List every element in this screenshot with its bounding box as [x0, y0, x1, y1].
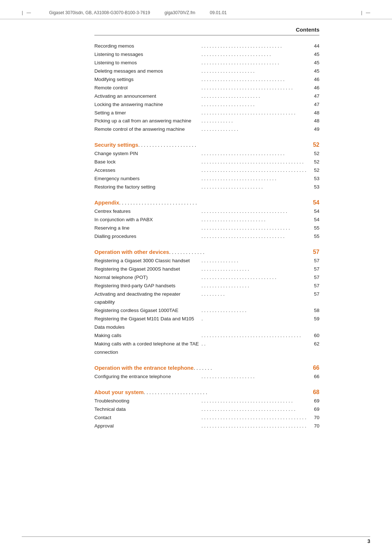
- toc-sub-entry: Contact . . . . . . . . . . . . . . . . …: [94, 414, 319, 422]
- section-title-page: 52: [313, 142, 319, 148]
- sections-container: Security settings. . . . . . . . . . . .…: [94, 142, 319, 430]
- toc-sub-dots: . . . . . . . . . . . . . . . . . . . . …: [201, 207, 307, 216]
- toc-sub-entry-page: 66: [309, 373, 319, 381]
- toc-sub-entry-text: Configuring the entrance telephone: [94, 373, 200, 381]
- toc-entry: Modifying settings . . . . . . . . . . .…: [94, 76, 319, 84]
- toc-dots: . . . . . . . . . . . . . . . . . . . . …: [201, 42, 307, 50]
- section-block-appendix: Appendix. . . . . . . . . . . . . . . . …: [94, 199, 319, 241]
- top-entries-list: Recording memos . . . . . . . . . . . . …: [94, 42, 319, 134]
- toc-sub-entry: Restoring the factory setting . . . . . …: [94, 183, 319, 191]
- toc-sub-entry-text: Base lock: [94, 158, 200, 166]
- toc-entry: Remote control . . . . . . . . . . . . .…: [94, 84, 319, 92]
- toc-entry-text: Recording memos: [94, 42, 200, 50]
- toc-entry-text: Listening to messages: [94, 50, 200, 59]
- toc-sub-entry-page: 55: [309, 232, 319, 241]
- toc-sub-dots: . . . . . . . . . . . . . . . . . . . . …: [201, 405, 307, 414]
- toc-sub-entry-page: 52: [309, 150, 319, 158]
- section-title-entrance-telephone: Operation with the entrance telephone. .…: [94, 365, 319, 371]
- toc-sub-entry: Base lock . . . . . . . . . . . . . . . …: [94, 158, 319, 166]
- toc-sub-entry-page: 69: [309, 397, 319, 405]
- toc-entry-text: Deleting messages and memos: [94, 67, 200, 76]
- toc-entry: Recording memos . . . . . . . . . . . . …: [94, 42, 319, 50]
- section-title-page: 54: [313, 199, 319, 206]
- page-number: 3: [367, 538, 370, 544]
- toc-entry-page: 49: [309, 125, 319, 134]
- toc-sub-dots: . . . . . . . . . . . . . . . . . . . . …: [201, 274, 307, 282]
- section-entries-other-devices: Registering a Gigaset 3000 Classic hands…: [94, 257, 319, 357]
- meta-right: | —: [361, 10, 370, 15]
- toc-dots: . . . . . . . . . . . . . . . . . . . . …: [201, 50, 307, 59]
- meta-left: | — Gigaset 3070isdn, GB, A31008-G3070-B…: [22, 10, 227, 15]
- toc-sub-entry-text: Registering the Gigaset M101 Data and M1…: [94, 315, 200, 332]
- toc-sub-entry: Dialling procedures . . . . . . . . . . …: [94, 232, 319, 241]
- meta-filename: giga3070IVZ.fm: [164, 10, 195, 15]
- section-block-security: Security settings. . . . . . . . . . . .…: [94, 142, 319, 191]
- section-title-text: Operation with other devices. . . . . . …: [94, 249, 204, 255]
- toc-sub-dots: . . . . . . . . . . . . . . . . . . . . …: [201, 175, 307, 183]
- toc-sub-entry-text: Restoring the factory setting: [94, 183, 200, 191]
- meta-dash-right: —: [366, 10, 370, 15]
- toc-sub-dots: . . . . . . . . . . . . . . . . . . . . …: [201, 397, 307, 405]
- toc-sub-dots: .: [201, 315, 307, 332]
- toc-dots: . . . . . . . . . . . . . . . . . . . .: [201, 101, 307, 109]
- toc-sub-dots: . . . . . . . . . . . . . . . . . . . . …: [201, 158, 307, 166]
- toc-sub-entry-text: Registering cordless Gigaset 1000TAE: [94, 307, 200, 315]
- toc-sub-entry-page: 54: [309, 216, 319, 224]
- toc-sub-dots: . . . . . . . . . . . . . . . . . .: [201, 282, 307, 290]
- toc-entry: Listening to memos . . . . . . . . . . .…: [94, 59, 319, 67]
- section-title-page: 57: [313, 249, 319, 255]
- toc-sub-entry-text: Registering the Gigaset 2000S handset: [94, 265, 200, 274]
- toc-sub-entry-page: 55: [309, 224, 319, 232]
- toc-entry-text: Modifying settings: [94, 76, 200, 84]
- toc-entry: Setting a timer . . . . . . . . . . . . …: [94, 109, 319, 117]
- toc-sub-entry-text: Approval: [94, 422, 200, 430]
- toc-dots: . . . . . . . . . . . . . . . . . . . . …: [201, 84, 307, 92]
- toc-dots: . . . . . . . . . . . . . . . . . . . . …: [201, 92, 307, 101]
- section-title-appendix: Appendix. . . . . . . . . . . . . . . . …: [94, 199, 319, 206]
- bottom-bar-line: [22, 536, 370, 537]
- toc-dots: . . . . . . . . . . . . . . . . . . . . …: [201, 109, 307, 117]
- toc-sub-entry-text: Making calls with a corded telephone at …: [94, 340, 200, 357]
- page-meta-bar: | — Gigaset 3070isdn, GB, A31008-G3070-B…: [0, 0, 392, 19]
- toc-sub-entry: In conjunction with a PABX . . . . . . .…: [94, 216, 319, 224]
- toc-sub-dots: . . . . . . . . . . . . . . . . . . . . …: [201, 414, 307, 422]
- toc-entry-page: 47: [309, 92, 319, 101]
- toc-sub-entry: Registering the Gigaset M101 Data and M1…: [94, 315, 319, 332]
- toc-sub-entry: Making calls with a corded telephone at …: [94, 340, 319, 357]
- toc-sub-entry-page: 70: [309, 422, 319, 430]
- toc-sub-entry-text: Activating and deactivating the repeater…: [94, 290, 200, 307]
- toc-sub-entry: Change system PIN . . . . . . . . . . . …: [94, 150, 319, 158]
- toc-sub-entry-page: 62: [309, 340, 319, 357]
- toc-sub-dots: . . . . . . . . . . . . . . . . . . . . …: [201, 332, 307, 340]
- toc-entry-page: 45: [309, 50, 319, 59]
- section-block-about-system: About your system. . . . . . . . . . . .…: [94, 389, 319, 430]
- toc-sub-entry: Troubleshooting . . . . . . . . . . . . …: [94, 397, 319, 405]
- toc-entry-page: 46: [309, 76, 319, 84]
- toc-dots: . . . . . . . . . . . . . . . . . . . .: [201, 67, 307, 76]
- meta-date: 09.01.01: [210, 10, 227, 15]
- toc-entry: Picking up a call from an answering mach…: [94, 117, 319, 125]
- toc-entry: Locking the answering machine . . . . . …: [94, 101, 319, 109]
- meta-product: Gigaset 3070isdn, GB, A31008-G3070-B100-…: [49, 10, 150, 15]
- toc-sub-dots: . . . . . . . . . . . . . . . . . . . . …: [201, 232, 307, 241]
- section-title-text: Appendix. . . . . . . . . . . . . . . . …: [94, 199, 197, 206]
- section-block-other-devices: Operation with other devices. . . . . . …: [94, 249, 319, 357]
- toc-sub-dots: . . . . . . . . . . . . . . . . . . . . …: [201, 216, 307, 224]
- section-title-page: 66: [313, 365, 319, 371]
- toc-entry-text: Listening to memos: [94, 59, 200, 67]
- toc-sub-entry: Reserving a line . . . . . . . . . . . .…: [94, 224, 319, 232]
- section-title-text: Security settings. . . . . . . . . . . .…: [94, 142, 196, 148]
- section-title-other-devices: Operation with other devices. . . . . . …: [94, 249, 319, 255]
- toc-sub-entry-text: Accesses: [94, 166, 200, 175]
- toc-dots: . . . . . . . . . . . .: [201, 117, 307, 125]
- toc-entry-page: 48: [309, 109, 319, 117]
- toc-sub-entry-page: 57: [309, 290, 319, 307]
- toc-sub-entry: Technical data . . . . . . . . . . . . .…: [94, 405, 319, 414]
- main-content: Contents Recording memos . . . . . . . .…: [0, 19, 392, 460]
- toc-entry-page: 45: [309, 59, 319, 67]
- section-entries-entrance-telephone: Configuring the entrance telephone . . .…: [94, 373, 319, 381]
- meta-pipe-right: |: [361, 10, 362, 15]
- contents-header: Contents: [94, 27, 319, 36]
- toc-sub-entry-text: Contact: [94, 414, 200, 422]
- toc-sub-dots: . . . . . . . . . . . . . . . . . . . . …: [201, 183, 307, 191]
